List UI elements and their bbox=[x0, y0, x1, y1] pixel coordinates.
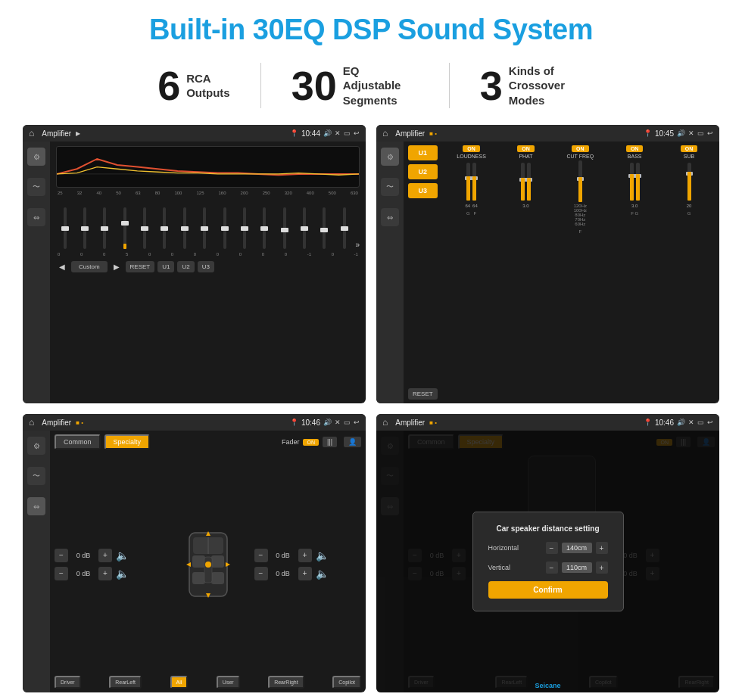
sub-toggle[interactable]: ON bbox=[681, 145, 698, 152]
fader-tl-minus[interactable]: − bbox=[55, 549, 68, 562]
amp-sidebar-arrows-icon[interactable]: ⇔ bbox=[381, 208, 399, 226]
amp-sidebar-wave-icon[interactable]: 〜 bbox=[381, 178, 399, 196]
eq-slider-14[interactable] bbox=[316, 207, 333, 249]
fader-bl-minus[interactable]: − bbox=[55, 567, 68, 580]
dialog-horizontal-plus[interactable]: + bbox=[596, 542, 608, 554]
dialog-vertical-plus[interactable]: + bbox=[596, 562, 608, 574]
eq-slider-2[interactable] bbox=[76, 207, 93, 249]
amp-preset-u1[interactable]: U1 bbox=[408, 145, 438, 160]
stat-number-eq: 30 bbox=[292, 65, 337, 106]
eq-slider-12[interactable] bbox=[276, 207, 293, 249]
eq-u3-btn[interactable]: U3 bbox=[198, 261, 214, 272]
dialog-app-name: Amplifier bbox=[395, 418, 425, 427]
amp-home-icon[interactable]: ⌂ bbox=[382, 128, 388, 138]
eq-slider-4[interactable] bbox=[116, 207, 133, 249]
eq-slider-10[interactable] bbox=[235, 207, 253, 249]
dialog-confirm-btn[interactable]: Confirm bbox=[488, 581, 608, 599]
bass-slider-2[interactable] bbox=[636, 163, 640, 201]
phat-slider-2[interactable] bbox=[527, 163, 531, 201]
eq-back-icon[interactable]: ↩ bbox=[354, 129, 360, 137]
eq-slider-15[interactable] bbox=[335, 207, 353, 249]
eq-next-arrow[interactable]: ▶ bbox=[111, 263, 123, 271]
fader-driver-btn[interactable]: Driver bbox=[55, 676, 81, 689]
amp-preset-u3[interactable]: U3 bbox=[408, 183, 438, 198]
eq-slider-6[interactable] bbox=[156, 207, 173, 249]
cutfreq-slider-1[interactable] bbox=[578, 160, 582, 202]
stats-row: 6 RCAOutputs 30 EQ AdjustableSegments 3 … bbox=[23, 63, 719, 108]
eq-slider-3[interactable] bbox=[96, 207, 114, 249]
eq-slider-5[interactable] bbox=[136, 207, 153, 249]
stat-text-eq: EQ AdjustableSegments bbox=[343, 64, 419, 108]
phat-slider-1[interactable] bbox=[521, 163, 525, 201]
eq-prev-arrow[interactable]: ◀ bbox=[56, 263, 68, 271]
fader-tl-plus[interactable]: + bbox=[98, 549, 112, 562]
eq-slider-8[interactable] bbox=[196, 207, 214, 249]
fader-tr-plus[interactable]: + bbox=[298, 549, 312, 562]
dialog-horizontal-row: Horizontal − 140cm + bbox=[488, 542, 608, 554]
fader-bl-speaker: 🔈 bbox=[116, 568, 129, 580]
eq-sidebar-wave-icon[interactable]: 〜 bbox=[27, 178, 45, 196]
bass-slider-1[interactable] bbox=[630, 163, 634, 201]
fader-tr-minus[interactable]: − bbox=[254, 549, 268, 562]
fader-user-btn[interactable]: User bbox=[217, 676, 240, 689]
fader-br-plus[interactable]: + bbox=[298, 567, 312, 580]
eq-reset-btn[interactable]: RESET bbox=[126, 261, 155, 272]
dialog-horizontal-minus[interactable]: − bbox=[546, 542, 558, 554]
amp-reset-btn[interactable]: RESET bbox=[408, 388, 438, 400]
fader-bl-plus[interactable]: + bbox=[98, 567, 112, 580]
loudness-slider-2[interactable] bbox=[472, 163, 476, 201]
eq-slider-1[interactable] bbox=[56, 207, 73, 249]
fader-sidebar-arrows-icon[interactable]: ⇔ bbox=[27, 497, 45, 515]
fader-win-icon: ▭ bbox=[344, 418, 351, 426]
dialog-vertical-row: Vertical − 110cm + bbox=[488, 562, 608, 574]
dialog-vertical-minus[interactable]: − bbox=[546, 562, 558, 574]
screens-grid: ⌂ Amplifier ▶ 📍 10:44 🔊 ✕ ▭ ↩ ⚙ 〜 ⇔ bbox=[23, 125, 719, 692]
eq-home-icon[interactable]: ⌂ bbox=[29, 128, 34, 138]
eq-u2-btn[interactable]: U2 bbox=[177, 261, 194, 272]
svg-rect-6 bbox=[192, 572, 205, 584]
dialog-home-icon[interactable]: ⌂ bbox=[382, 417, 388, 428]
eq-slider-7[interactable] bbox=[176, 207, 193, 249]
fader-home-icon[interactable]: ⌂ bbox=[29, 417, 34, 428]
eq-u1-btn[interactable]: U1 bbox=[157, 261, 174, 272]
amp-location-icon: 📍 bbox=[644, 129, 652, 137]
more-icon[interactable]: » bbox=[355, 241, 360, 249]
fader-sidebar-eq-icon[interactable]: ⚙ bbox=[27, 437, 45, 455]
fader-user-icon[interactable]: 👤 bbox=[344, 437, 361, 447]
eq-slider-9[interactable] bbox=[216, 207, 233, 249]
loudness-toggle[interactable]: ON bbox=[463, 145, 480, 152]
loudness-slider-1[interactable] bbox=[466, 163, 470, 201]
fader-tab-specialty[interactable]: Specialty bbox=[104, 434, 151, 450]
fader-rearleft-btn[interactable]: RearLeft bbox=[109, 676, 142, 689]
sub-slider-1[interactable] bbox=[687, 163, 691, 201]
amp-preset-u2[interactable]: U2 bbox=[408, 164, 438, 179]
eq-sliders-row: » bbox=[56, 200, 360, 249]
eq-slider-13[interactable] bbox=[295, 207, 313, 249]
fader-copilot-btn[interactable]: Copilot bbox=[332, 676, 361, 689]
eq-slider-11[interactable] bbox=[256, 207, 273, 249]
amp-back-icon[interactable]: ↩ bbox=[707, 129, 713, 137]
fader-tab-common[interactable]: Common bbox=[55, 434, 101, 450]
page-title: Built-in 30EQ DSP Sound System bbox=[149, 14, 593, 46]
fader-back-icon[interactable]: ↩ bbox=[354, 418, 360, 426]
eq-x-icon[interactable]: ✕ bbox=[335, 129, 341, 137]
fader-tr-speaker: 🔈 bbox=[316, 549, 329, 562]
dialog-back-icon[interactable]: ↩ bbox=[707, 418, 713, 426]
amp-x-icon[interactable]: ✕ bbox=[688, 129, 694, 137]
eq-sidebar-arrows-icon[interactable]: ⇔ bbox=[27, 208, 45, 226]
amp-sidebar-eq-icon[interactable]: ⚙ bbox=[381, 148, 399, 166]
fader-all-btn[interactable]: All bbox=[170, 676, 189, 689]
cutfreq-toggle[interactable]: ON bbox=[572, 145, 589, 152]
fader-app-name: Amplifier bbox=[42, 418, 71, 427]
bass-toggle[interactable]: ON bbox=[626, 145, 644, 152]
dialog-x-icon[interactable]: ✕ bbox=[688, 418, 694, 426]
cutfreq-label: CUT FREQ bbox=[566, 154, 594, 159]
fader-rearright-btn[interactable]: RearRight bbox=[268, 676, 304, 689]
fader-sidebar-wave-icon[interactable]: 〜 bbox=[27, 467, 45, 485]
fader-tl-val: 0 dB bbox=[72, 552, 95, 559]
fader-br-minus[interactable]: − bbox=[254, 567, 268, 580]
phat-toggle[interactable]: ON bbox=[517, 145, 535, 152]
screen-amp: ⌂ Amplifier ■ • 📍 10:45 🔊 ✕ ▭ ↩ ⚙ 〜 ⇔ bbox=[376, 125, 719, 403]
fader-x-icon[interactable]: ✕ bbox=[335, 418, 341, 426]
eq-sidebar-eq-icon[interactable]: ⚙ bbox=[27, 148, 45, 166]
